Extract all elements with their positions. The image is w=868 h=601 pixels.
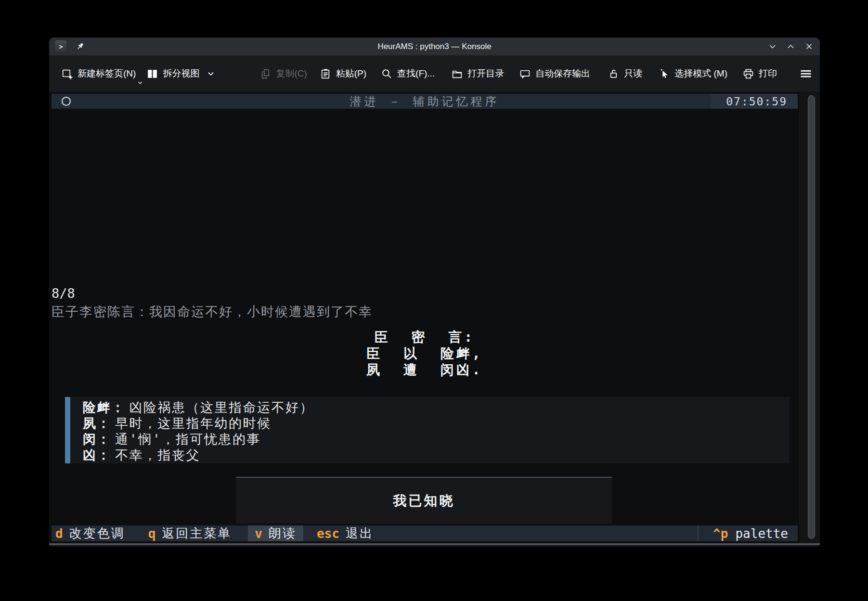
toolbar-item-label: 复制(C) bbox=[276, 67, 307, 80]
shortcut-palette[interactable]: ^p palette bbox=[698, 525, 798, 541]
shortcut-label: 改变色调 bbox=[69, 525, 125, 542]
autosave-output-button[interactable]: 自动保存输出 bbox=[519, 67, 590, 80]
spinner-circle-icon bbox=[62, 97, 71, 106]
toolbar-item-label: 自动保存输出 bbox=[535, 67, 590, 80]
paste-button[interactable]: 粘贴(P) bbox=[320, 67, 366, 80]
pin-icon[interactable] bbox=[75, 41, 85, 52]
shortcut-key: v bbox=[255, 526, 262, 541]
konsole-app-icon[interactable]: > bbox=[54, 40, 67, 53]
paste-icon bbox=[320, 68, 332, 80]
shortcut-read-aloud[interactable]: v 朗读 bbox=[248, 525, 303, 541]
progress-counter: 8/8 bbox=[52, 286, 75, 301]
read-only-button[interactable]: 只读 bbox=[608, 67, 642, 80]
konsole-window: > HeurAMS : python3 — Konsole bbox=[49, 38, 820, 547]
shortcut-key: q bbox=[148, 526, 156, 541]
clock: 07:50:59 bbox=[726, 95, 787, 108]
acknowledge-button[interactable]: 我已知晓 bbox=[236, 477, 612, 524]
split-view-icon bbox=[146, 68, 158, 80]
glossary-term: 凶： bbox=[83, 448, 111, 462]
open-directory-button[interactable]: 打开目录 bbox=[451, 67, 504, 80]
new-tab-icon bbox=[61, 68, 73, 80]
shortcut-key: ^p bbox=[713, 526, 728, 541]
find-button[interactable]: 查找(F)... bbox=[381, 67, 435, 80]
shortcut-main-menu[interactable]: q 返回主菜单 bbox=[142, 525, 239, 541]
toolbar-item-label: 新建标签页(N) bbox=[78, 67, 136, 80]
glossary-term: 险衅： bbox=[83, 400, 126, 415]
cursor-icon bbox=[658, 68, 670, 80]
verse-line: 臣 密 言: bbox=[52, 329, 798, 345]
desktop-background: > HeurAMS : python3 — Konsole bbox=[0, 0, 868, 601]
glossary-definition: 通'悯'，指可忧患的事 bbox=[115, 432, 261, 447]
verse-line: 夙 遭 闵凶. bbox=[52, 362, 798, 378]
toolbar-item-label: 查找(F)... bbox=[397, 67, 435, 80]
acknowledge-button-label: 我已知晓 bbox=[393, 492, 455, 510]
glossary-definition: 凶险祸患（这里指命运不好） bbox=[130, 400, 314, 415]
window-title: HeurAMS : python3 — Konsole bbox=[49, 42, 820, 51]
glossary-term: 夙： bbox=[83, 416, 111, 431]
search-icon bbox=[381, 68, 393, 80]
folder-icon bbox=[451, 68, 463, 80]
minimize-button[interactable] bbox=[768, 42, 777, 51]
toolbar-item-label: 粘贴(P) bbox=[336, 67, 366, 80]
scrollbar-track[interactable] bbox=[799, 92, 820, 543]
shortcut-label: 朗读 bbox=[269, 525, 297, 542]
glossary-row: 夙：早时，这里指年幼的时候 bbox=[70, 415, 790, 431]
toolbar-item-label: 拆分视图 bbox=[163, 67, 199, 80]
terminal-screen[interactable]: 潜进 － 辅助记忆程序 07:50:59 8/8 臣子李密陈言：我因命运不好，小… bbox=[49, 92, 820, 547]
close-button[interactable] bbox=[804, 42, 813, 51]
verse-line: 臣 以 险衅, bbox=[52, 345, 798, 362]
scrollbar-thumb[interactable] bbox=[808, 95, 815, 539]
glossary-term: 闵： bbox=[83, 432, 111, 447]
shortcut-exit[interactable]: esc 退出 bbox=[310, 525, 380, 541]
verse-block: 臣 密 言: 臣 以 险衅, 夙 遭 闵凶. bbox=[52, 329, 798, 378]
glossary-definition: 不幸，指丧父 bbox=[115, 448, 200, 462]
chevron-down-icon bbox=[137, 79, 143, 86]
tui-title: 潜进 － 辅助记忆程序 bbox=[52, 94, 798, 109]
toolbar-item-label: 只读 bbox=[624, 67, 642, 80]
titlebar[interactable]: > HeurAMS : python3 — Konsole bbox=[49, 38, 820, 55]
toolbar-item-label: 打印 bbox=[759, 67, 777, 80]
window-bottom-edge bbox=[49, 543, 820, 545]
split-view-button[interactable]: 拆分视图 bbox=[146, 67, 215, 80]
clock-box: 07:50:59 bbox=[711, 94, 798, 109]
new-tab-button[interactable]: 新建标签页(N) bbox=[61, 67, 136, 80]
toolbar: 新建标签页(N) 拆分视图 bbox=[49, 55, 820, 92]
toolbar-item-label: 打开目录 bbox=[467, 67, 504, 80]
maximize-button[interactable] bbox=[786, 42, 795, 51]
open-lock-icon bbox=[608, 68, 620, 80]
toolbar-item-label: 选择模式 (M) bbox=[674, 67, 727, 80]
glossary-row: 闵：通'悯'，指可忧患的事 bbox=[70, 431, 790, 447]
printer-icon bbox=[742, 68, 754, 80]
shortcut-key: esc bbox=[317, 526, 339, 541]
translation-line: 臣子李密陈言：我因命运不好，小时候遭遇到了不幸 bbox=[52, 303, 373, 320]
glossary-row: 凶：不幸，指丧父 bbox=[70, 447, 790, 463]
shortcut-label: palette bbox=[735, 526, 788, 541]
chevron-down-icon bbox=[207, 69, 215, 78]
shortcut-label: 退出 bbox=[346, 525, 374, 542]
copy-icon bbox=[259, 68, 272, 80]
glossary-row: 险衅：凶险祸患（这里指命运不好） bbox=[70, 399, 790, 415]
output-bubble-icon bbox=[519, 68, 531, 80]
shortcut-change-theme[interactable]: d 改变色调 bbox=[52, 525, 132, 541]
shortcut-key: d bbox=[55, 526, 63, 541]
print-button[interactable]: 打印 bbox=[742, 67, 777, 80]
select-mode-button[interactable]: 选择模式 (M) bbox=[658, 67, 727, 80]
glossary-definition: 早时，这里指年幼的时候 bbox=[115, 416, 272, 431]
tui-header-bar: 潜进 － 辅助记忆程序 07:50:59 bbox=[52, 94, 798, 109]
hamburger-menu-icon[interactable] bbox=[799, 67, 813, 80]
tui-footer-bar: d 改变色调 q 返回主菜单 v 朗读 esc 退出 ^p palette bbox=[52, 525, 798, 541]
shortcut-label: 返回主菜单 bbox=[162, 525, 232, 542]
copy-button: 复制(C) bbox=[259, 67, 307, 80]
glossary-panel: 险衅：凶险祸患（这里指命运不好） 夙：早时，这里指年幼的时候 闵：通'悯'，指可… bbox=[65, 397, 790, 463]
